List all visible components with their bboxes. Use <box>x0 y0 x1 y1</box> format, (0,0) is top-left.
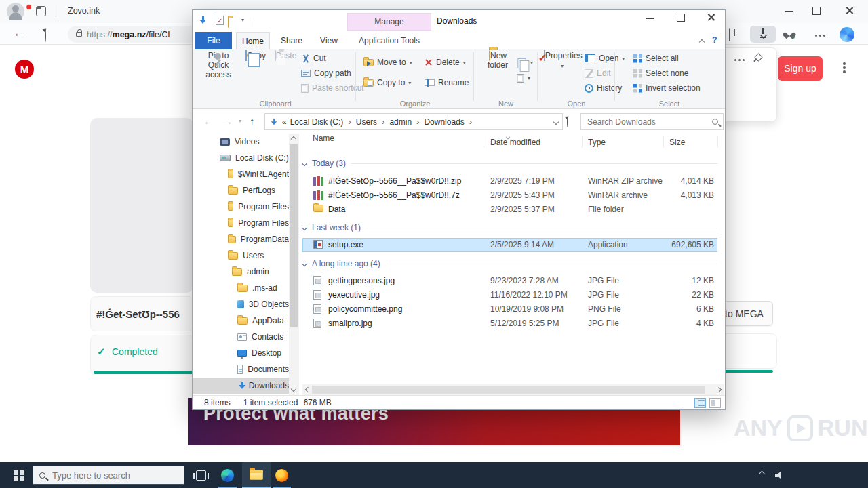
column-header-size[interactable]: Size <box>669 138 685 147</box>
file-row-yexecutive[interactable]: yexecutive.jpg 11/16/2022 12:10 PM JPG F… <box>302 288 717 302</box>
ribbon-collapse-icon[interactable] <box>699 39 705 45</box>
file-row-data-folder[interactable]: Data 2/9/2025 5:37 PM File folder <box>302 203 717 217</box>
explorer-maximize-button[interactable] <box>665 10 696 30</box>
easy-access-button[interactable]: ▾ <box>517 74 530 83</box>
paste-button[interactable]: Paste <box>271 51 300 102</box>
tab-file[interactable]: File <box>195 32 232 49</box>
select-none-button[interactable]: Select none <box>633 68 688 78</box>
split-screen-icon[interactable] <box>729 28 730 41</box>
browser-menu-icon[interactable] <box>815 35 817 37</box>
group-header-today[interactable]: Today (3) <box>302 155 717 171</box>
delete-button[interactable]: Delete▾ <box>425 58 466 67</box>
breadcrumb-downloads[interactable]: Downloads <box>424 117 464 127</box>
qat-properties-icon[interactable]: ✓ <box>216 16 224 25</box>
tree-item-contacts[interactable]: Contacts <box>193 329 289 345</box>
tree-item-appdata[interactable]: AppData <box>193 312 289 329</box>
address-dropdown-icon[interactable] <box>553 119 559 124</box>
scroll-up-icon[interactable] <box>291 136 296 142</box>
back-icon[interactable]: ← <box>203 115 214 127</box>
explorer-minimize-button[interactable] <box>635 10 665 30</box>
group-header-last-week[interactable]: Last week (1) <box>302 220 717 236</box>
horizontal-scrollbar[interactable] <box>302 384 724 395</box>
taskbar-search[interactable] <box>33 466 184 485</box>
details-view-button[interactable] <box>694 398 706 408</box>
rename-button[interactable]: Rename <box>425 78 469 87</box>
paste-shortcut-button[interactable]: Paste shortcut <box>301 83 364 93</box>
tree-item-winreagent[interactable]: $WinREAgent <box>193 166 289 182</box>
browser-back-button[interactable]: ← <box>14 27 24 39</box>
taskbar-search-input[interactable] <box>51 470 178 481</box>
tree-item-local-disk[interactable]: Local Disk (C:) <box>193 150 289 166</box>
copy-button[interactable]: Copy <box>241 51 270 102</box>
tab-share[interactable]: Share <box>275 32 308 49</box>
task-view-button[interactable] <box>196 470 206 481</box>
hidden-icons-chevron[interactable] <box>759 471 766 478</box>
breadcrumb-users[interactable]: Users <box>356 117 377 127</box>
help-icon[interactable]: ? <box>712 35 717 45</box>
refresh-icon[interactable] <box>567 117 568 127</box>
file-row-gettingpersons[interactable]: gettingpersons.jpg 9/23/2023 7:28 AM JPG… <box>302 274 717 288</box>
tree-item-program-files[interactable]: Program Files <box>193 199 289 215</box>
move-to-button[interactable]: Move to▾ <box>363 58 412 67</box>
copy-to-button[interactable]: Copy to▾ <box>363 78 411 87</box>
column-header-type[interactable]: Type <box>588 138 606 147</box>
tree-item-program-files-x86[interactable]: Program Files <box>193 215 289 231</box>
volume-icon[interactable] <box>775 471 785 480</box>
tree-item-perflogs[interactable]: PerfLogs <box>193 182 289 199</box>
tree-item-downloads[interactable]: Downloads <box>193 378 289 394</box>
tree-item-admin[interactable]: admin <box>193 264 289 280</box>
group-header-long-ago[interactable]: A long time ago (4) <box>302 256 717 272</box>
explorer-taskbar-button[interactable] <box>242 462 271 488</box>
tree-item-ms-ad[interactable]: .ms-ad <box>193 280 289 296</box>
copy-path-button[interactable]: Copy path <box>301 68 351 78</box>
browser-tab-title[interactable]: Zovo.ink <box>68 6 100 16</box>
select-all-button[interactable]: Select all <box>633 54 679 63</box>
start-button[interactable] <box>14 470 24 481</box>
tree-item-programdata[interactable]: ProgramData <box>193 231 289 247</box>
file-row-zip[interactable]: #!Ǵet-SetƱp--5566__Pă$$w0rD!!.zip 2/9/20… <box>302 174 717 188</box>
tree-item-3d-objects[interactable]: 3D Objects <box>193 296 289 312</box>
pin-to-quick-access-button[interactable]: Pin to Quick access <box>198 51 239 102</box>
tab-view[interactable]: View <box>313 32 344 49</box>
browser-close-button[interactable] <box>844 5 855 16</box>
browser-profile-avatar[interactable] <box>7 3 24 20</box>
downloads-toolbar-button[interactable] <box>750 26 776 43</box>
flyout-more-icon[interactable] <box>734 59 736 61</box>
copilot-icon[interactable] <box>840 27 854 42</box>
column-header-date[interactable]: Date modified <box>490 138 540 147</box>
large-icons-view-button[interactable] <box>709 398 721 408</box>
up-icon[interactable]: ↑ <box>250 115 255 127</box>
tree-item-users[interactable]: Users <box>193 247 289 264</box>
browser-minimize-button[interactable] <box>784 5 795 16</box>
breadcrumb-local-disk[interactable]: Local Disk (C:) <box>290 117 344 127</box>
open-button[interactable]: Open▾ <box>585 54 625 63</box>
browser-refresh-button[interactable] <box>45 29 46 42</box>
tab-home[interactable]: Home <box>236 32 270 49</box>
tree-item-desktop[interactable]: Desktop <box>193 345 289 361</box>
properties-button[interactable]: Properties▾ <box>544 51 580 102</box>
browser-maximize-button[interactable] <box>811 5 822 16</box>
recent-locations-icon[interactable]: ▾ <box>239 118 241 124</box>
browser-address-bar[interactable]: https://mega.nz/file/Cl <box>68 26 203 43</box>
tree-item-documents[interactable]: Documents <box>193 361 289 378</box>
scroll-right-icon[interactable] <box>716 387 722 392</box>
explorer-close-button[interactable] <box>696 10 726 30</box>
qat-customize-icon[interactable]: ▾ <box>241 17 244 23</box>
mega-menu-icon[interactable] <box>843 62 846 65</box>
new-folder-button[interactable]: New folder <box>481 51 514 102</box>
file-row-policycommittee[interactable]: policycommittee.png 10/19/2019 9:08 PM P… <box>302 302 717 317</box>
cut-button[interactable]: Cut <box>301 54 326 63</box>
tab-application-tools[interactable]: Application Tools <box>347 32 431 49</box>
manage-contextual-tab[interactable]: Manage <box>347 13 431 30</box>
file-row-setup-exe[interactable]: setup.exe 2/5/2025 9:14 AM Application 6… <box>302 238 717 252</box>
search-box[interactable] <box>580 113 724 130</box>
breadcrumb-bar[interactable]: « Local Disk (C:) › Users › admin › Down… <box>264 113 563 130</box>
mega-logo[interactable]: M <box>15 60 34 79</box>
invert-selection-button[interactable]: Invert selection <box>633 83 701 93</box>
scroll-left-icon[interactable] <box>305 387 311 392</box>
forward-icon[interactable]: → <box>222 115 233 127</box>
search-icon[interactable] <box>712 119 718 125</box>
breadcrumb-admin[interactable]: admin <box>389 117 412 127</box>
scroll-down-icon[interactable] <box>291 386 296 392</box>
file-row-7z[interactable]: #!Ǵet-SetƱp--5566__Pă$$w0rD!!.7z 2/9/202… <box>302 188 717 203</box>
